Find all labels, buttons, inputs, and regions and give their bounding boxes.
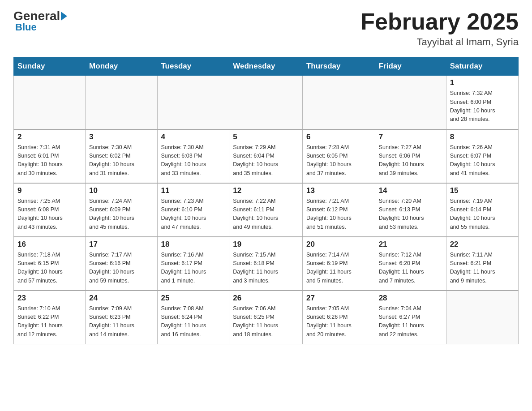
day-info: Sunrise: 7:28 AM Sunset: 6:05 PM Dayligh… [306, 143, 371, 178]
day-number: 16 [17, 240, 82, 249]
title-block: February 2025 Tayyibat al Imam, Syria [360, 9, 519, 48]
day-info: Sunrise: 7:04 AM Sunset: 6:27 PM Dayligh… [379, 304, 442, 339]
table-row: 25Sunrise: 7:08 AM Sunset: 6:24 PM Dayli… [157, 291, 229, 344]
col-monday: Monday [86, 57, 157, 76]
day-info: Sunrise: 7:24 AM Sunset: 6:09 PM Dayligh… [89, 197, 153, 232]
day-info: Sunrise: 7:08 AM Sunset: 6:24 PM Dayligh… [161, 304, 226, 339]
day-number: 9 [17, 186, 82, 195]
day-number: 4 [161, 133, 226, 141]
table-row: 24Sunrise: 7:09 AM Sunset: 6:23 PM Dayli… [86, 291, 157, 344]
day-number: 27 [306, 294, 371, 303]
col-saturday: Saturday [446, 57, 518, 76]
table-row: 20Sunrise: 7:14 AM Sunset: 6:19 PM Dayli… [302, 237, 375, 291]
table-row [446, 291, 518, 344]
calendar-week-row: 16Sunrise: 7:18 AM Sunset: 6:15 PM Dayli… [14, 237, 519, 291]
month-title: February 2025 [360, 9, 519, 34]
day-number: 22 [450, 240, 515, 249]
table-row: 19Sunrise: 7:15 AM Sunset: 6:18 PM Dayli… [229, 237, 303, 291]
day-number: 14 [379, 186, 442, 195]
day-number: 5 [233, 133, 299, 141]
day-info: Sunrise: 7:09 AM Sunset: 6:23 PM Dayligh… [89, 304, 153, 339]
calendar-week-row: 9Sunrise: 7:25 AM Sunset: 6:08 PM Daylig… [14, 183, 519, 237]
table-row: 22Sunrise: 7:11 AM Sunset: 6:21 PM Dayli… [446, 237, 518, 291]
day-info: Sunrise: 7:23 AM Sunset: 6:10 PM Dayligh… [161, 197, 226, 232]
day-info: Sunrise: 7:12 AM Sunset: 6:20 PM Dayligh… [379, 251, 442, 286]
day-info: Sunrise: 7:18 AM Sunset: 6:15 PM Dayligh… [17, 251, 82, 286]
day-info: Sunrise: 7:30 AM Sunset: 6:03 PM Dayligh… [161, 143, 226, 178]
table-row: 16Sunrise: 7:18 AM Sunset: 6:15 PM Dayli… [14, 237, 86, 291]
day-info: Sunrise: 7:22 AM Sunset: 6:11 PM Dayligh… [233, 197, 299, 232]
table-row [14, 76, 86, 129]
calendar-week-row: 23Sunrise: 7:10 AM Sunset: 6:22 PM Dayli… [14, 291, 519, 344]
day-number: 28 [379, 294, 442, 303]
day-number: 11 [161, 186, 226, 195]
table-row [86, 76, 157, 129]
table-row: 6Sunrise: 7:28 AM Sunset: 6:05 PM Daylig… [302, 129, 375, 183]
table-row: 15Sunrise: 7:19 AM Sunset: 6:14 PM Dayli… [446, 183, 518, 237]
day-number: 10 [89, 186, 153, 195]
day-number: 26 [233, 294, 299, 303]
table-row [157, 76, 229, 129]
table-row: 2Sunrise: 7:31 AM Sunset: 6:01 PM Daylig… [14, 129, 86, 183]
table-row [375, 76, 446, 129]
day-info: Sunrise: 7:30 AM Sunset: 6:02 PM Dayligh… [89, 143, 153, 178]
calendar-week-row: 2Sunrise: 7:31 AM Sunset: 6:01 PM Daylig… [14, 129, 519, 183]
day-number: 3 [89, 133, 153, 141]
location-text: Tayyibat al Imam, Syria [360, 36, 519, 48]
day-info: Sunrise: 7:27 AM Sunset: 6:06 PM Dayligh… [379, 143, 442, 178]
table-row: 3Sunrise: 7:30 AM Sunset: 6:02 PM Daylig… [86, 129, 157, 183]
day-number: 1 [450, 78, 515, 87]
col-friday: Friday [375, 57, 446, 76]
day-number: 7 [379, 133, 442, 141]
table-row: 14Sunrise: 7:20 AM Sunset: 6:13 PM Dayli… [375, 183, 446, 237]
day-info: Sunrise: 7:20 AM Sunset: 6:13 PM Dayligh… [379, 197, 442, 232]
day-number: 19 [233, 240, 299, 249]
table-row: 10Sunrise: 7:24 AM Sunset: 6:09 PM Dayli… [86, 183, 157, 237]
col-sunday: Sunday [14, 57, 86, 76]
table-row [302, 76, 375, 129]
day-number: 15 [450, 186, 515, 195]
day-info: Sunrise: 7:26 AM Sunset: 6:07 PM Dayligh… [450, 143, 515, 178]
day-info: Sunrise: 7:16 AM Sunset: 6:17 PM Dayligh… [161, 251, 226, 286]
day-number: 13 [306, 186, 371, 195]
day-number: 6 [306, 133, 371, 141]
col-thursday: Thursday [302, 57, 375, 76]
table-row: 28Sunrise: 7:04 AM Sunset: 6:27 PM Dayli… [375, 291, 446, 344]
calendar-table: Sunday Monday Tuesday Wednesday Thursday… [13, 57, 519, 344]
table-row: 13Sunrise: 7:21 AM Sunset: 6:12 PM Dayli… [302, 183, 375, 237]
logo: General Blue [13, 9, 68, 33]
day-info: Sunrise: 7:05 AM Sunset: 6:26 PM Dayligh… [306, 304, 371, 339]
day-info: Sunrise: 7:11 AM Sunset: 6:21 PM Dayligh… [450, 251, 515, 286]
day-number: 18 [161, 240, 226, 249]
table-row: 23Sunrise: 7:10 AM Sunset: 6:22 PM Dayli… [14, 291, 86, 344]
day-info: Sunrise: 7:19 AM Sunset: 6:14 PM Dayligh… [450, 197, 515, 232]
table-row: 8Sunrise: 7:26 AM Sunset: 6:07 PM Daylig… [446, 129, 518, 183]
day-number: 12 [233, 186, 299, 195]
day-info: Sunrise: 7:21 AM Sunset: 6:12 PM Dayligh… [306, 197, 371, 232]
day-info: Sunrise: 7:06 AM Sunset: 6:25 PM Dayligh… [233, 304, 299, 339]
day-number: 2 [17, 133, 82, 141]
table-row: 7Sunrise: 7:27 AM Sunset: 6:06 PM Daylig… [375, 129, 446, 183]
day-number: 20 [306, 240, 371, 249]
table-row: 9Sunrise: 7:25 AM Sunset: 6:08 PM Daylig… [14, 183, 86, 237]
table-row: 27Sunrise: 7:05 AM Sunset: 6:26 PM Dayli… [302, 291, 375, 344]
table-row: 21Sunrise: 7:12 AM Sunset: 6:20 PM Dayli… [375, 237, 446, 291]
col-wednesday: Wednesday [229, 57, 303, 76]
calendar-header-row: Sunday Monday Tuesday Wednesday Thursday… [14, 57, 519, 76]
day-number: 23 [17, 294, 82, 303]
table-row: 5Sunrise: 7:29 AM Sunset: 6:04 PM Daylig… [229, 129, 303, 183]
table-row: 26Sunrise: 7:06 AM Sunset: 6:25 PM Dayli… [229, 291, 303, 344]
day-info: Sunrise: 7:17 AM Sunset: 6:16 PM Dayligh… [89, 251, 153, 286]
day-number: 25 [161, 294, 226, 303]
day-number: 17 [89, 240, 153, 249]
day-info: Sunrise: 7:25 AM Sunset: 6:08 PM Dayligh… [17, 197, 82, 232]
table-row: 1Sunrise: 7:32 AM Sunset: 6:00 PM Daylig… [446, 76, 518, 129]
col-tuesday: Tuesday [157, 57, 229, 76]
day-number: 21 [379, 240, 442, 249]
table-row: 12Sunrise: 7:22 AM Sunset: 6:11 PM Dayli… [229, 183, 303, 237]
table-row: 11Sunrise: 7:23 AM Sunset: 6:10 PM Dayli… [157, 183, 229, 237]
table-row [229, 76, 303, 129]
day-info: Sunrise: 7:31 AM Sunset: 6:01 PM Dayligh… [17, 143, 82, 178]
calendar-week-row: 1Sunrise: 7:32 AM Sunset: 6:00 PM Daylig… [14, 76, 519, 129]
day-number: 8 [450, 133, 515, 141]
